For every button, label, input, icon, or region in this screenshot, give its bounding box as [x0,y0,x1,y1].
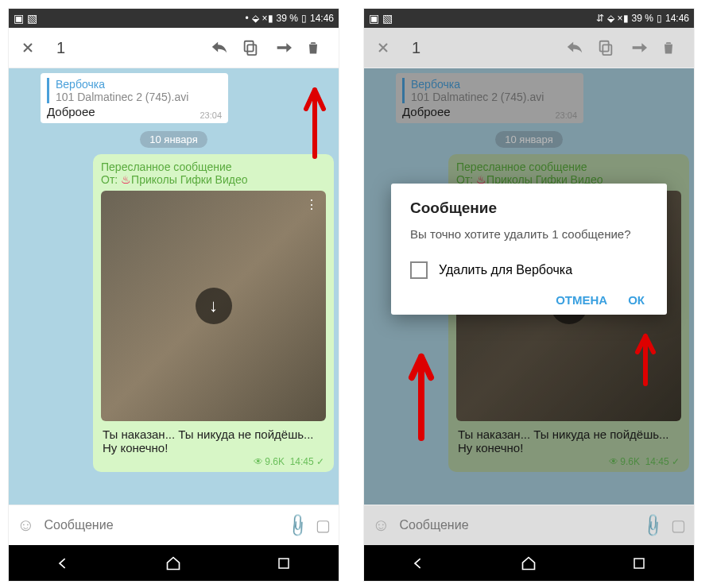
annotation-arrow-ok [626,327,666,390]
close-icon[interactable] [375,40,397,56]
check-icon: ✓ [316,456,324,467]
emoji-icon[interactable]: ☺ [17,515,34,536]
battery-text: 39 % [277,13,298,24]
message-input[interactable] [397,517,635,533]
checkbox-unchecked[interactable] [410,261,428,279]
copy-icon[interactable] [597,39,619,56]
status-bar: ▣ ▧ ⇵ ⬙ ×▮ 39 % ▯ 14:46 [364,9,694,28]
svg-rect-1 [245,41,254,52]
clock-text: 14:46 [665,13,689,24]
confirm-delete-dialog: Сообщение Вы точно хотите удалить 1 сооб… [391,184,667,315]
message-caption: Ты наказан... Ты никуда не пойдёшь... Ну… [103,427,324,455]
reply-filename: 101 Dalmatinec 2 (745).avi [56,91,222,103]
reply-sender: Вербочка [56,78,222,91]
selection-count: 1 [407,39,556,57]
dot-icon: • [245,13,248,24]
eye-icon: 👁 [254,456,263,467]
compose-bar: ☺ 📎 ▢ [364,505,694,545]
selection-toolbar: 1 [364,28,694,68]
picture-icon: ▣ [14,12,24,25]
back-nav-icon[interactable] [404,553,434,574]
android-nav-bar [9,545,339,581]
chart-icon: ▧ [382,12,393,25]
screenshot-left: ▣ ▧ • ⬙ ×▮ 39 % ▯ 14:46 1 [8,8,339,582]
dialog-text: Вы точно хотите удалить 1 сообщение? [410,226,648,242]
picture-icon: ▣ [369,12,379,25]
camera-icon[interactable]: ▢ [671,516,686,535]
chart-icon: ▧ [27,12,37,25]
forwarded-from: От: ♨Приколы Гифки Видео [101,173,326,186]
reply-icon[interactable] [210,39,232,56]
emoji-icon[interactable]: ☺ [372,515,389,536]
reply-preview[interactable]: Вербочка 101 Dalmatinec 2 (745).avi Добр… [41,73,228,123]
reply-text: Доброее [47,105,222,118]
svg-rect-2 [279,559,289,568]
date-separator: 10 января [14,131,334,148]
attach-icon[interactable]: 📎 [284,512,312,540]
copy-icon[interactable] [242,39,264,56]
attach-icon[interactable]: 📎 [639,512,667,540]
forward-icon[interactable] [629,40,651,56]
message-input[interactable] [42,517,280,533]
recent-nav-icon[interactable] [269,553,299,574]
battery-text: 39 % [632,13,653,24]
ok-button[interactable]: ОК [628,293,645,307]
reply-icon[interactable] [565,39,587,56]
home-nav-icon[interactable] [158,553,188,574]
more-vert-icon[interactable]: ⋮ [305,197,318,212]
android-nav-bar [364,545,694,581]
svg-rect-5 [634,559,644,568]
reply-time: 23:04 [200,110,222,120]
download-indicator-icon: ⇵ [596,13,604,24]
selection-toolbar: 1 [9,28,339,68]
message-meta: 👁9.6K 14:45 ✓ [101,456,326,469]
dialog-title: Сообщение [410,199,648,217]
hotsprings-icon: ♨ [121,173,131,186]
no-signal-icon: ×▮ [618,13,629,24]
wifi-icon: ⬙ [607,13,614,24]
wifi-icon: ⬙ [252,13,259,24]
checkbox-label: Удалить для Вербочка [439,263,572,277]
cancel-button[interactable]: ОТМЕНА [556,293,607,307]
message-bubble[interactable]: Пересланное сообщение От: ♨Приколы Гифки… [93,154,334,472]
delete-for-user-row[interactable]: Удалить для Вербочка [410,261,648,279]
svg-rect-3 [603,44,611,55]
annotation-arrow-checkbox [397,342,445,446]
home-nav-icon[interactable] [513,553,544,574]
svg-rect-4 [600,41,609,52]
svg-rect-0 [247,44,256,55]
status-bar: ▣ ▧ • ⬙ ×▮ 39 % ▯ 14:46 [9,9,339,28]
compose-bar: ☺ 📎 ▢ [9,505,339,545]
video-thumbnail[interactable]: ⋮ ↓ [101,191,326,421]
clock-text: 14:46 [310,13,334,24]
recent-nav-icon[interactable] [624,553,654,574]
screenshot-right: ▣ ▧ ⇵ ⬙ ×▮ 39 % ▯ 14:46 1 Вербочка 101 D… [363,8,695,582]
delete-icon[interactable] [305,39,327,56]
battery-icon: ▯ [657,13,662,24]
delete-icon[interactable] [661,39,683,56]
download-button[interactable]: ↓ [196,288,232,324]
back-nav-icon[interactable] [48,553,79,574]
annotation-arrow-delete [287,77,327,164]
forward-icon[interactable] [273,40,296,56]
camera-icon[interactable]: ▢ [316,516,331,535]
no-signal-icon: ×▮ [262,13,273,24]
battery-icon: ▯ [301,13,307,24]
selection-count: 1 [52,39,200,57]
close-icon[interactable] [20,40,42,56]
